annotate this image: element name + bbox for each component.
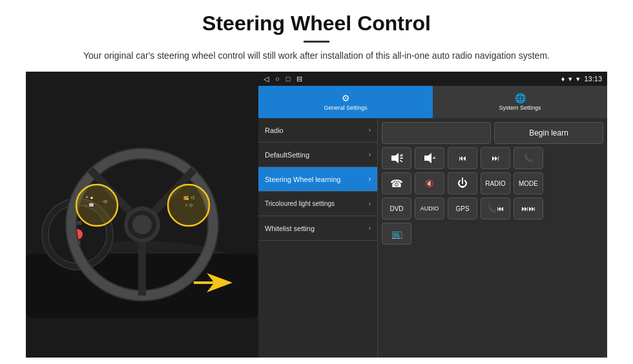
home-icon[interactable]: ○ [275,75,280,83]
globe-icon: 🌐 [515,93,526,103]
tab-general[interactable]: ⚙ General Settings [258,86,433,118]
page-subtitle: Your original car's steering wheel contr… [83,49,550,63]
main-area: Radio › DefaultSetting › Steering Wheel … [258,118,607,358]
vol-up-button[interactable]: + [382,147,411,169]
ctrl-row-5: 📺 [382,223,603,245]
chevron-right-icon: › [369,225,371,232]
chevron-right-icon: › [369,199,371,208]
chevron-right-icon: › [369,126,371,134]
svg-text:◁▷: ◁▷ [102,199,109,203]
gps-button[interactable]: GPS [448,197,477,219]
settings-tabs: ⚙ General Settings 🌐 System Settings [258,86,607,118]
wifi-icon: ▾ [568,75,572,83]
svg-text:+ ▲: + ▲ [86,195,94,199]
svg-marker-29 [424,153,431,163]
menu-icon[interactable]: ⊟ [296,75,302,83]
tab-system-label: System Settings [499,105,541,111]
begin-learn-button[interactable]: Begin learn [494,122,603,144]
svg-text:+: + [400,153,403,159]
nav-icons: ◁ ○ □ ⊟ [264,75,302,83]
steering-wheel-image: 120 80 + ▲ - ☎ ◁▷ [26,72,258,358]
control-panel: Begin learn + - ⏮ ⏭ 📞 [378,118,607,358]
status-bar: ◁ ○ □ ⊟ ♦ ▾ ▾ 13:13 [258,72,607,86]
vol-down-button[interactable]: - [415,147,444,169]
next-track-button[interactable]: ⏭ [481,147,510,169]
svg-text:○ ◇: ○ ◇ [185,203,192,207]
svg-line-27 [400,160,402,162]
svg-point-16 [76,185,118,226]
page-wrapper: Steering Wheel Control Your original car… [0,0,633,364]
skip-button[interactable]: ⏭⏭ [514,197,543,219]
menu-item-whitelist[interactable]: Whitelist setting › [258,216,377,241]
ctrl-row-2: + - ⏮ ⏭ 📞 [382,147,603,169]
svg-text:-: - [433,153,435,159]
phone-button[interactable]: 📞 [514,147,543,169]
audio-button[interactable]: AUDIO [415,197,444,219]
menu-item-radio[interactable]: Radio › [258,118,377,143]
menu-item-default[interactable]: DefaultSetting › [258,143,377,167]
tab-system[interactable]: 🌐 System Settings [433,86,607,118]
svg-text:-  ☎: - ☎ [85,203,94,207]
time-display: 13:13 [584,75,602,83]
svg-point-15 [132,215,152,234]
svg-marker-24 [391,153,399,163]
tab-general-label: General Settings [324,105,367,111]
ctrl-row-1: Begin learn [382,122,603,144]
back-icon[interactable]: ◁ [264,75,269,83]
title-divider [304,41,329,43]
radio-button[interactable]: RADIO [481,172,510,194]
answer-call-button[interactable]: ☎ [382,172,411,194]
mute-button[interactable]: 🔇 [415,172,444,194]
android-screen: ◁ ○ □ ⊟ ♦ ▾ ▾ 13:13 ⚙ General Settings [258,72,607,358]
page-title: Steering Wheel Control [202,12,431,35]
menu-item-tricoloured[interactable]: Tricoloured light settings › [258,192,377,216]
tel-prev-button[interactable]: 📞⏮ [481,197,510,219]
settings-menu: Radio › DefaultSetting › Steering Wheel … [258,118,378,358]
status-icons-right: ♦ ▾ ▾ 13:13 [561,75,602,83]
recents-icon[interactable]: □ [286,75,291,83]
chevron-right-icon: › [369,176,371,183]
dvd-button[interactable]: DVD [382,197,411,219]
menu-item-steering[interactable]: Steering Wheel learning › [258,167,377,192]
chevron-right-icon: › [369,151,371,158]
prev-track-button[interactable]: ⏮ [448,147,477,169]
power-button[interactable]: ⏻ [448,172,477,194]
svg-text:📻 ◁: 📻 ◁ [183,194,194,200]
ctrl-row-4: DVD AUDIO GPS 📞⏮ ⏭⏭ [382,197,603,219]
screen-button[interactable]: 📺 [382,223,411,245]
mode-button[interactable]: MODE [514,172,543,194]
gear-icon: ⚙ [342,93,350,103]
ctrl-row-3: ☎ 🔇 ⏻ RADIO MODE [382,172,603,194]
location-icon: ♦ [561,75,565,83]
empty-slot [382,122,491,144]
signal-icon: ▾ [576,75,580,83]
content-row: 120 80 + ▲ - ☎ ◁▷ [26,72,607,358]
